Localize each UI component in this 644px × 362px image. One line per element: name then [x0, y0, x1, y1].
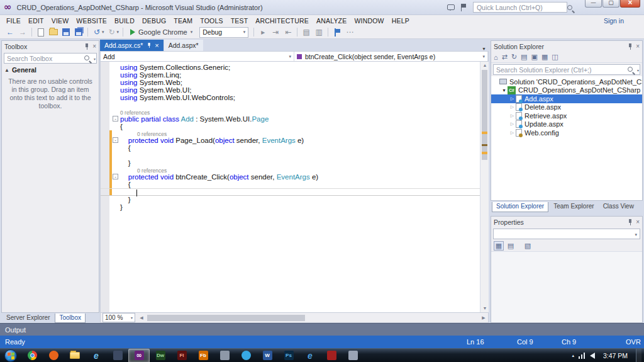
code-line[interactable]: using System.Linq; — [101, 71, 480, 79]
sync-with-active-document-icon[interactable]: ⇄ — [502, 53, 508, 61]
output-tab[interactable]: Output — [5, 326, 26, 334]
collapse-region-icon[interactable]: - — [113, 174, 118, 179]
show-desktop-button[interactable] — [636, 349, 641, 362]
expand-icon[interactable]: ▷ — [509, 113, 516, 118]
code-line[interactable]: { — [101, 144, 480, 152]
alphabetical-icon[interactable]: ▤ — [506, 241, 516, 251]
taskbar-file-explorer-icon[interactable] — [64, 349, 86, 362]
menu-window[interactable]: WINDOW — [350, 17, 387, 25]
code-line[interactable]: using System.Collections.Generic; — [101, 64, 480, 71]
show-hidden-icons-icon[interactable]: ▴ — [572, 353, 574, 358]
tab-overflow-icon[interactable]: ▼ — [479, 47, 489, 51]
code-line[interactable]: } — [101, 159, 480, 167]
close-icon[interactable]: × — [155, 42, 158, 49]
property-pages-icon[interactable]: ▧ — [523, 241, 533, 251]
home-icon[interactable]: ⌂ — [494, 54, 498, 61]
taskbar-firefox-icon[interactable] — [43, 349, 64, 362]
bookmark-icon[interactable] — [331, 27, 343, 38]
menu-help[interactable]: HELP — [388, 17, 413, 25]
menu-edit[interactable]: EDIT — [25, 17, 48, 25]
dock-tab-solution-explorer[interactable]: Solution Explorer — [492, 202, 548, 212]
taskbar-flash-icon[interactable]: Fl — [171, 349, 192, 362]
redo-icon[interactable]: ↻ — [106, 27, 118, 38]
menu-view[interactable]: VIEW — [48, 17, 73, 25]
tree-item-update-aspx[interactable]: ▷Update.aspx — [491, 120, 642, 129]
tree-item-crud-operations-aspdotnet-csharp[interactable]: ▾C#CRUD_Operations_AspDotNet_CSharp — [491, 86, 642, 95]
save-icon[interactable] — [60, 27, 72, 38]
expand-icon[interactable]: ▾ — [501, 88, 508, 93]
code-line[interactable]: } — [101, 196, 480, 203]
properties-object-dropdown[interactable]: ▾ — [493, 229, 640, 239]
code-line[interactable]: } — [101, 203, 480, 211]
toolbox-pin-icon[interactable] — [84, 43, 90, 50]
codelens-line[interactable]: 0 references — [101, 109, 480, 115]
collapse-all-icon[interactable]: ▣ — [531, 53, 538, 61]
menu-website[interactable]: WEBSITE — [72, 17, 111, 25]
member-dropdown[interactable]: btnCreate_Click(object sender, EventArgs… — [294, 52, 488, 61]
taskbar-clock[interactable]: 3:47 PM — [599, 352, 631, 359]
dock-tab-class-view[interactable]: Class View — [599, 202, 638, 212]
scrollbar-thumb[interactable] — [147, 315, 305, 321]
more-commands-icon[interactable]: ⋯ — [344, 27, 355, 38]
expand-icon[interactable]: ▷ — [509, 105, 516, 110]
scroll-right-icon[interactable]: ▶ — [479, 313, 488, 322]
type-dropdown[interactable]: Add ▾ — [101, 52, 294, 61]
minimize-button[interactable] — [585, 0, 602, 8]
taskbar-media-player-icon[interactable] — [107, 349, 128, 362]
menu-build[interactable]: BUILD — [111, 17, 138, 25]
taskbar-photoshop-icon[interactable]: Ps — [278, 349, 299, 362]
scrollbar-thumb[interactable] — [482, 70, 487, 160]
solution-explorer-close-icon[interactable]: × — [636, 43, 640, 50]
expand-icon[interactable]: ▷ — [509, 96, 516, 101]
code-line[interactable]: { — [101, 123, 480, 130]
taskbar-ie-secondary-icon[interactable]: e — [299, 349, 321, 362]
taskbar-visual-studio-icon[interactable]: ∞ — [128, 349, 150, 362]
dock-tab-server-explorer[interactable]: Server Explorer — [3, 314, 53, 323]
taskbar-word-icon[interactable]: W — [257, 349, 278, 362]
tree-item-solution-crud-operations-aspdotnet-cshar[interactable]: Solution 'CRUD_Operations_AspDotNet_CSha… — [491, 77, 642, 86]
tree-item-web-config[interactable]: ▷Web.config — [491, 128, 642, 137]
uncomment-icon[interactable]: ▥ — [313, 27, 325, 38]
tree-item-delete-aspx[interactable]: ▷Delete.aspx — [491, 103, 642, 112]
code-editor[interactable]: using System.Collections.Generic;using S… — [100, 62, 489, 312]
dock-tab-toolbox[interactable]: Toolbox — [55, 314, 85, 323]
tree-item-add-aspx[interactable]: ▷Add.aspx — [491, 94, 642, 103]
solution-explorer-search-input[interactable] — [494, 65, 640, 74]
collapse-region-icon[interactable]: - — [113, 116, 118, 122]
tab-add.aspx.cs[interactable]: Add.aspx.cs*× — [100, 40, 164, 51]
code-line[interactable]: using System.Web.UI; — [101, 86, 480, 94]
start-performance-icon[interactable]: ▸ — [257, 27, 269, 38]
scroll-down-icon[interactable]: ▼ — [480, 305, 489, 312]
navigate-forward-icon[interactable]: → — [17, 27, 28, 38]
feedback-icon[interactable] — [447, 4, 455, 10]
code-line[interactable] — [101, 101, 480, 109]
solution-explorer-pin-icon[interactable] — [628, 43, 633, 50]
close-button[interactable] — [620, 0, 640, 8]
menu-team[interactable]: TEAM — [170, 17, 196, 25]
scroll-up-icon[interactable]: ▲ — [480, 62, 489, 69]
refresh-icon[interactable]: ↻ — [511, 53, 517, 61]
dock-tab-team-explorer[interactable]: Team Explorer — [550, 202, 597, 212]
code-line[interactable]: -public partial class Add : System.Web.U… — [101, 115, 480, 123]
properties-icon[interactable]: ▦ — [541, 53, 548, 61]
taskbar-other-app-icon[interactable] — [342, 349, 364, 362]
vertical-scrollbar[interactable]: ▲ ▼ — [480, 62, 489, 312]
scroll-left-icon[interactable]: ◀ — [137, 313, 146, 322]
start-button[interactable] — [0, 349, 21, 362]
new-file-icon[interactable] — [35, 27, 47, 38]
code-line[interactable]: - protected void Page_Load(object sender… — [101, 137, 480, 144]
tab-add.aspx[interactable]: Add.aspx* — [164, 40, 203, 51]
open-file-icon[interactable] — [48, 27, 59, 38]
volume-icon[interactable] — [590, 353, 595, 359]
horizontal-scrollbar[interactable]: ◀ ▶ — [137, 313, 488, 322]
code-line[interactable] — [101, 152, 480, 159]
undo-icon[interactable]: ↺ — [91, 27, 103, 38]
solution-configuration-dropdown[interactable]: Debug▾ — [199, 27, 248, 38]
zoom-dropdown[interactable]: 100 % ▾ — [103, 313, 135, 322]
maximize-button[interactable] — [602, 0, 619, 8]
taskbar-dreamweaver-icon[interactable]: Dw — [150, 349, 171, 362]
menu-tools[interactable]: TOOLS — [196, 17, 226, 25]
preview-icon[interactable]: ◫ — [552, 53, 558, 61]
menu-test[interactable]: TEST — [227, 17, 252, 25]
show-all-files-icon[interactable]: ▤ — [521, 53, 527, 61]
